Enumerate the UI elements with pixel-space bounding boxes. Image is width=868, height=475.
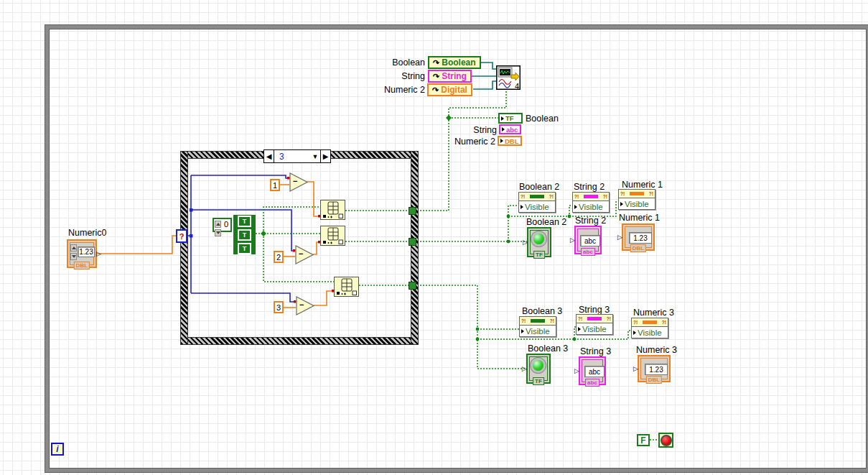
loop-condition-terminal[interactable] bbox=[658, 433, 673, 448]
input-arrow-icon bbox=[521, 205, 523, 209]
refnum-arrow-icon: ↷ bbox=[432, 86, 439, 95]
property-row-visible[interactable]: Visible bbox=[632, 327, 668, 338]
boolean-array-constant[interactable]: T T T bbox=[233, 215, 256, 254]
string-terminal[interactable]: abc bbox=[499, 124, 521, 134]
string-type-bar-icon bbox=[584, 195, 598, 198]
numeric1-type-tag: DBL bbox=[630, 244, 646, 252]
stop-sign-icon bbox=[661, 435, 672, 446]
numeric-constant-2[interactable]: 2 bbox=[274, 251, 284, 263]
string2-indicator[interactable]: abc abc ▷ bbox=[574, 226, 602, 254]
numeric3-property-node[interactable]: ?! ?! Visible bbox=[631, 318, 668, 338]
numeric3-value[interactable]: 1.23 bbox=[645, 364, 668, 375]
boolean-true-constant[interactable]: T bbox=[238, 243, 251, 254]
property-row-visible[interactable]: Visible bbox=[520, 326, 556, 336]
numeric2-terminal-label: Numeric 2 bbox=[454, 137, 495, 147]
sequence-border-bottom[interactable] bbox=[181, 338, 418, 344]
numeric1-value[interactable]: 1.23 bbox=[629, 232, 652, 244]
string2-type-tag: abc bbox=[581, 248, 595, 256]
boolean-refnum-label: Boolean bbox=[392, 57, 425, 68]
property-row-visible[interactable]: Visible bbox=[573, 201, 609, 212]
boolean3-property-label: Boolean 3 bbox=[522, 306, 562, 316]
boolean3-led-indicator[interactable]: TF ▷ bbox=[526, 354, 551, 384]
index-array-icon bbox=[321, 200, 345, 219]
output-tunnel-1[interactable] bbox=[409, 207, 416, 215]
index-array-function-3[interactable] bbox=[334, 277, 359, 297]
numeric0-value[interactable]: 1.23 bbox=[78, 246, 95, 257]
index-array-function-1[interactable] bbox=[320, 200, 345, 220]
string2-indicator-label: String 2 bbox=[575, 216, 606, 226]
next-frame-button[interactable]: ▶ bbox=[320, 150, 330, 162]
boolean-refnum-constant[interactable]: ↷ Boolean bbox=[428, 56, 481, 69]
decrement-icon[interactable] bbox=[70, 253, 77, 260]
refnum-arrow-icon: ↷ bbox=[433, 58, 439, 68]
input-arrow-icon: ▷ bbox=[570, 237, 575, 244]
false-constant[interactable]: F bbox=[637, 434, 650, 446]
sequence-border-left[interactable] bbox=[181, 152, 187, 344]
numeric1-property-node[interactable]: ?! ?! Visible bbox=[618, 189, 655, 210]
output-tunnel-2[interactable] bbox=[409, 238, 416, 246]
subtract-glyph: − bbox=[293, 177, 297, 185]
output-tunnel-3[interactable] bbox=[409, 282, 416, 290]
string2-property-node[interactable]: ?! ?! Visible bbox=[572, 192, 610, 213]
string3-value[interactable]: abc bbox=[584, 366, 605, 377]
boolean-terminal[interactable]: TF bbox=[498, 113, 523, 124]
iteration-terminal[interactable]: i bbox=[51, 443, 64, 456]
output-arrow-icon: ▷ bbox=[96, 251, 101, 257]
array-index-spinner[interactable] bbox=[215, 221, 221, 236]
string3-type-tag: abc bbox=[585, 379, 599, 387]
string-refnum-label: String bbox=[401, 71, 425, 81]
subtract-function-1[interactable]: − bbox=[289, 172, 308, 192]
boolean2-led-indicator[interactable]: TF ▷ bbox=[527, 227, 551, 257]
numeric0-type-tag: DBL bbox=[74, 262, 90, 269]
numeric3-indicator[interactable]: 1.23 DBL ▷ bbox=[638, 355, 671, 382]
numeric-constant-1[interactable]: 1 bbox=[270, 179, 280, 191]
numeric3-property-label: Numeric 3 bbox=[633, 308, 674, 318]
instance-count-badge: 4 bbox=[515, 82, 519, 91]
boolean-type-bar-icon bbox=[531, 319, 545, 323]
numeric3-indicator-label: Numeric 3 bbox=[636, 345, 677, 355]
refnum-arrow-icon: ↷ bbox=[433, 72, 439, 81]
frame-dropdown-arrow-icon[interactable]: ▼ bbox=[310, 150, 320, 162]
sequence-border-right[interactable] bbox=[411, 152, 418, 344]
decrement-icon[interactable] bbox=[215, 229, 221, 236]
previous-frame-button[interactable]: ◀ bbox=[264, 150, 274, 162]
numeric1-indicator[interactable]: 1.23 DBL ▷ bbox=[622, 223, 655, 251]
frame-selector-value[interactable]: 3 bbox=[274, 150, 310, 162]
string-terminal-label: String bbox=[473, 125, 497, 135]
boolean-true-constant[interactable]: T bbox=[238, 216, 251, 227]
boolean2-property-node[interactable]: ?! ?! Visible bbox=[518, 192, 556, 213]
block-diagram: i F ◀ 3 ▼ ▶ ? Boolean ↷ Boolean String ↷… bbox=[0, 0, 868, 475]
property-row-visible[interactable]: Visible bbox=[577, 323, 612, 334]
property-node-header: ?! ?! bbox=[577, 315, 612, 323]
numeric0-control[interactable]: 1.23 DBL ▷ bbox=[67, 239, 97, 268]
string3-indicator-label: String 3 bbox=[580, 346, 611, 356]
selector-terminal[interactable]: ? bbox=[176, 229, 187, 243]
string2-value[interactable]: abc bbox=[580, 235, 600, 246]
string3-indicator[interactable]: abc abc ▷ bbox=[579, 356, 606, 385]
property-row-visible[interactable]: Visible bbox=[519, 201, 555, 212]
index-array-function-2[interactable] bbox=[320, 226, 345, 246]
string3-property-node[interactable]: ?! ?! Visible bbox=[576, 314, 613, 335]
numeric-constant-3[interactable]: 3 bbox=[274, 301, 284, 313]
numeric2-terminal[interactable]: DBL bbox=[498, 136, 522, 146]
subtract-function-2[interactable]: − bbox=[295, 245, 314, 264]
numeric-spinner[interactable] bbox=[70, 244, 77, 260]
input-arrow-icon bbox=[574, 205, 577, 209]
boolean2-indicator-label: Boolean 2 bbox=[526, 217, 566, 227]
merge-signals-express-vi[interactable]: 4 bbox=[496, 65, 521, 90]
string3-property-label: String 3 bbox=[579, 305, 610, 315]
string-refnum-constant[interactable]: ↷ String bbox=[428, 70, 472, 83]
boolean-terminal-label: Boolean bbox=[526, 114, 559, 124]
property-row-visible[interactable]: Visible bbox=[619, 198, 655, 209]
numeric1-indicator-label: Numeric 1 bbox=[619, 213, 660, 223]
boolean-true-constant[interactable]: T bbox=[238, 229, 251, 241]
numeric2-refnum-constant[interactable]: ↷ Digital bbox=[427, 83, 472, 96]
subtract-function-3[interactable]: − bbox=[296, 296, 314, 315]
input-arrow-icon: ▷ bbox=[633, 366, 638, 372]
numeric1-property-label: Numeric 1 bbox=[622, 180, 663, 190]
round-led-icon bbox=[533, 234, 544, 244]
increment-icon[interactable] bbox=[70, 244, 77, 252]
increment-icon[interactable] bbox=[215, 221, 221, 228]
array-index-display[interactable]: 0 bbox=[213, 218, 232, 232]
boolean3-property-node[interactable]: ?! ?! Visible bbox=[519, 316, 556, 337]
